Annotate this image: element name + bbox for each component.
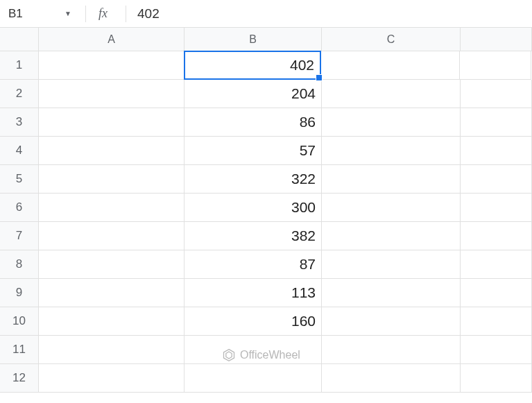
row-header[interactable]: 3 [0, 108, 39, 137]
cell[interactable] [39, 336, 185, 364]
col-header-c[interactable]: C [322, 28, 461, 51]
cell[interactable] [461, 336, 532, 364]
divider [126, 6, 126, 22]
row-header[interactable]: 6 [0, 194, 39, 222]
chevron-down-icon: ▼ [65, 10, 71, 17]
cell[interactable] [322, 250, 461, 279]
cell[interactable] [461, 222, 532, 250]
svg-marker-1 [226, 352, 232, 359]
table-row: 12 [0, 364, 532, 393]
col-header-b[interactable]: B [185, 28, 322, 51]
watermark-text: OfficeWheel [240, 349, 300, 361]
cell[interactable] [39, 279, 185, 307]
row-header[interactable]: 11 [0, 336, 39, 364]
fx-icon: fx [92, 6, 120, 21]
row-header[interactable]: 2 [0, 80, 39, 108]
cell[interactable] [322, 307, 461, 336]
table-row: 4 57 [0, 137, 532, 165]
cell[interactable] [39, 364, 185, 393]
column-header-row: A B C [0, 28, 532, 51]
spreadsheet-grid: A B C 1 402 2 204 3 86 4 57 5 322 [0, 28, 532, 393]
cell[interactable] [322, 165, 461, 194]
cell[interactable] [461, 250, 532, 279]
table-row: 10 160 [0, 307, 532, 336]
cell[interactable]: 160 [185, 307, 322, 336]
row-header[interactable]: 8 [0, 250, 39, 279]
col-header-d[interactable] [461, 28, 532, 51]
logo-icon [222, 348, 236, 362]
svg-marker-0 [224, 350, 234, 361]
cell[interactable] [461, 279, 532, 307]
cell[interactable] [39, 108, 185, 137]
name-box-value: B1 [8, 7, 23, 21]
table-row: 1 402 [0, 51, 532, 80]
cell[interactable] [39, 222, 185, 250]
table-row: 8 87 [0, 250, 532, 279]
row-header[interactable]: 7 [0, 222, 39, 250]
cell[interactable] [461, 364, 532, 393]
cell[interactable] [461, 108, 532, 137]
cell[interactable] [39, 51, 185, 80]
formula-input[interactable] [132, 0, 532, 27]
cell[interactable] [322, 279, 461, 307]
cell[interactable]: 86 [185, 108, 322, 137]
table-row: 6 300 [0, 194, 532, 222]
cell[interactable] [39, 307, 185, 336]
cell-selected[interactable]: 402 [184, 51, 321, 80]
row-header[interactable]: 10 [0, 307, 39, 336]
cell[interactable] [321, 51, 460, 80]
cell[interactable] [39, 137, 185, 165]
cell[interactable] [322, 194, 461, 222]
name-box[interactable]: B1 ▼ [0, 0, 80, 27]
cell[interactable]: 382 [185, 222, 322, 250]
cell[interactable]: 113 [185, 279, 322, 307]
table-row: 9 113 [0, 279, 532, 307]
cell[interactable] [461, 165, 532, 194]
select-all-corner[interactable] [0, 28, 39, 51]
cell[interactable] [39, 80, 185, 108]
row-header[interactable]: 1 [0, 51, 39, 80]
cell[interactable] [39, 250, 185, 279]
cell[interactable] [322, 80, 461, 108]
cell[interactable] [322, 137, 461, 165]
cell[interactable]: 322 [185, 165, 322, 194]
cell[interactable] [39, 194, 185, 222]
cell[interactable]: 87 [185, 250, 322, 279]
table-row: 3 86 [0, 108, 532, 137]
cell[interactable] [461, 137, 532, 165]
cell[interactable]: 300 [185, 194, 322, 222]
cell[interactable] [460, 51, 531, 80]
col-header-a[interactable]: A [39, 28, 185, 51]
table-row: 2 204 [0, 80, 532, 108]
cell[interactable] [322, 336, 461, 364]
cell[interactable] [185, 364, 322, 393]
cell[interactable] [461, 80, 532, 108]
cell[interactable] [461, 194, 532, 222]
row-header[interactable]: 12 [0, 364, 39, 393]
cell[interactable] [461, 307, 532, 336]
divider [85, 6, 86, 22]
row-header[interactable]: 4 [0, 137, 39, 165]
cell[interactable] [322, 364, 461, 393]
cell[interactable] [322, 108, 461, 137]
formula-bar: B1 ▼ fx [0, 0, 532, 28]
row-header[interactable]: 5 [0, 165, 39, 194]
table-row: 5 322 [0, 165, 532, 194]
row-header[interactable]: 9 [0, 279, 39, 307]
watermark: OfficeWheel [222, 348, 300, 362]
cell[interactable] [322, 222, 461, 250]
cell[interactable]: 57 [185, 137, 322, 165]
cell[interactable]: 204 [185, 80, 322, 108]
table-row: 7 382 [0, 222, 532, 250]
cell[interactable] [39, 165, 185, 194]
